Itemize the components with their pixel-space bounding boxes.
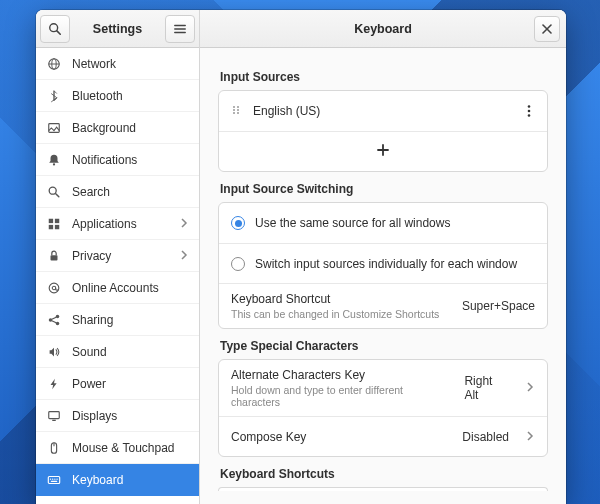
- svg-line-23: [52, 320, 56, 322]
- sidebar-item-label: Displays: [72, 409, 117, 423]
- at-icon: [46, 280, 62, 296]
- alternate-chars-value: Right Alt: [464, 374, 509, 402]
- svg-line-11: [56, 193, 59, 196]
- sidebar-item-label: Search: [72, 185, 110, 199]
- displays-icon: [46, 408, 62, 424]
- keyboard-icon: [46, 472, 62, 488]
- sidebar-item-label: Applications: [72, 217, 137, 231]
- sidebar-item-notifications[interactable]: Notifications: [36, 144, 199, 176]
- alternate-chars-sublabel: Hold down and type to enter different ch…: [231, 384, 454, 408]
- svg-point-41: [237, 112, 239, 114]
- alternate-chars-row[interactable]: Alternate Characters Key Hold down and t…: [219, 360, 547, 416]
- svg-point-42: [528, 105, 531, 108]
- sidebar-item-label: Background: [72, 121, 136, 135]
- sidebar-item-label: Sharing: [72, 313, 113, 327]
- menu-icon: [173, 22, 187, 36]
- sidebar-item-label: Bluetooth: [72, 89, 123, 103]
- switching-option-same[interactable]: Use the same source for all windows: [219, 203, 547, 243]
- sidebar-item-displays[interactable]: Displays: [36, 400, 199, 432]
- svg-rect-12: [49, 218, 53, 222]
- content-scroll[interactable]: Input Sources English (US) Input Source …: [200, 48, 566, 504]
- input-source-label: English (US): [253, 104, 320, 118]
- sidebar-item-privacy[interactable]: Privacy: [36, 240, 199, 272]
- switching-option-label: Switch input sources individually for ea…: [255, 257, 517, 271]
- sidebar-item-mouse-touchpad[interactable]: Mouse & Touchpad: [36, 432, 199, 464]
- svg-point-40: [237, 109, 239, 111]
- input-source-row[interactable]: English (US): [219, 91, 547, 131]
- sidebar-item-background[interactable]: Background: [36, 112, 199, 144]
- svg-rect-28: [48, 476, 59, 483]
- switching-panel: Use the same source for all windows Swit…: [218, 202, 548, 329]
- svg-point-36: [233, 106, 235, 108]
- radio-same-source[interactable]: [231, 216, 245, 230]
- svg-line-22: [52, 317, 56, 319]
- shortcut-value: Super+Space: [462, 299, 535, 313]
- section-title-input-sources: Input Sources: [220, 70, 548, 84]
- bell-icon: [46, 152, 62, 168]
- bluetooth-icon: [46, 88, 62, 104]
- close-button[interactable]: [534, 16, 560, 42]
- svg-point-17: [49, 283, 59, 293]
- radio-individual-source[interactable]: [231, 257, 245, 271]
- svg-point-43: [528, 110, 531, 113]
- power-icon: [46, 376, 62, 392]
- svg-point-38: [233, 112, 235, 114]
- alternate-chars-label: Alternate Characters Key: [231, 368, 454, 382]
- sidebar-item-label: Privacy: [72, 249, 111, 263]
- sidebar: Settings Network Bluetooth Background No…: [36, 10, 200, 504]
- svg-rect-16: [51, 255, 58, 260]
- hamburger-button[interactable]: [165, 15, 195, 43]
- sidebar-list: Network Bluetooth Background Notificatio…: [36, 48, 199, 504]
- switching-option-individual[interactable]: Switch input sources individually for ea…: [219, 243, 547, 283]
- sidebar-item-label: Sound: [72, 345, 107, 359]
- main-header: Keyboard: [200, 10, 566, 48]
- lock-icon: [46, 248, 62, 264]
- sound-icon: [46, 344, 62, 360]
- keyboard-shortcut-row: Keyboard Shortcut This can be changed in…: [219, 283, 547, 328]
- section-title-special: Type Special Characters: [220, 339, 548, 353]
- chevron-right-icon: [525, 430, 535, 444]
- svg-point-39: [237, 106, 239, 108]
- sidebar-title: Settings: [74, 22, 161, 36]
- svg-rect-13: [55, 218, 59, 222]
- compose-key-row[interactable]: Compose Key Disabled: [219, 416, 547, 456]
- sidebar-item-sound[interactable]: Sound: [36, 336, 199, 368]
- search-button[interactable]: [40, 15, 70, 43]
- input-sources-panel: English (US): [218, 90, 548, 172]
- drag-handle-icon[interactable]: [231, 104, 243, 119]
- compose-key-value: Disabled: [462, 430, 509, 444]
- add-input-source-button[interactable]: [219, 131, 547, 171]
- sidebar-item-network[interactable]: Network: [36, 48, 199, 80]
- svg-rect-14: [49, 224, 53, 228]
- svg-point-9: [53, 163, 55, 165]
- close-icon: [542, 24, 552, 34]
- input-source-menu-button[interactable]: [523, 104, 535, 118]
- svg-rect-24: [49, 411, 60, 418]
- shortcut-label: Keyboard Shortcut: [231, 292, 439, 306]
- mouse-icon: [46, 440, 62, 456]
- kebab-icon: [523, 104, 535, 118]
- sidebar-item-power[interactable]: Power: [36, 368, 199, 400]
- chevron-right-icon: [179, 249, 189, 263]
- settings-window: Settings Network Bluetooth Background No…: [36, 10, 566, 504]
- sidebar-header: Settings: [36, 10, 199, 48]
- sidebar-item-bluetooth[interactable]: Bluetooth: [36, 80, 199, 112]
- section-title-switching: Input Source Switching: [220, 182, 548, 196]
- sidebar-item-search[interactable]: Search: [36, 176, 199, 208]
- shortcuts-panel: [218, 487, 548, 491]
- sidebar-item-label: Network: [72, 57, 116, 71]
- sidebar-item-label: Power: [72, 377, 106, 391]
- chevron-right-icon: [179, 217, 189, 231]
- sidebar-item-sharing[interactable]: Sharing: [36, 304, 199, 336]
- sidebar-item-label: Notifications: [72, 153, 137, 167]
- svg-line-1: [57, 30, 60, 33]
- sidebar-item-applications[interactable]: Applications: [36, 208, 199, 240]
- sidebar-item-keyboard[interactable]: Keyboard: [36, 464, 199, 496]
- applications-icon: [46, 216, 62, 232]
- compose-key-label: Compose Key: [231, 430, 306, 444]
- search-icon: [46, 184, 62, 200]
- chevron-right-icon: [525, 381, 535, 395]
- search-icon: [48, 22, 62, 36]
- sharing-icon: [46, 312, 62, 328]
- sidebar-item-online-accounts[interactable]: Online Accounts: [36, 272, 199, 304]
